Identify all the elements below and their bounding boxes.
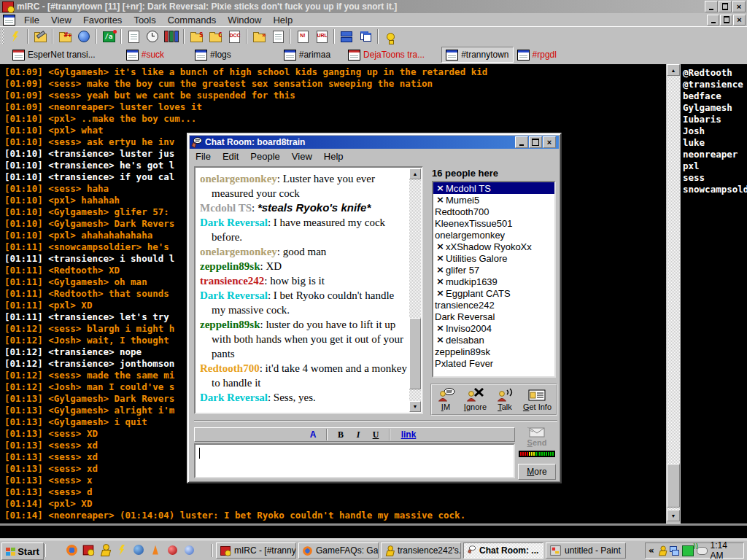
menu-item[interactable]: View (45, 15, 77, 26)
quick-launch-icon[interactable] (48, 543, 61, 556)
menu-item[interactable]: File (190, 151, 217, 162)
chats-folder-icon[interactable]: C (206, 28, 224, 44)
task-button[interactable]: Chat Room: ... (463, 542, 543, 559)
options-icon[interactable] (31, 28, 49, 44)
channel-window-icon[interactable] (3, 15, 15, 26)
italic-button[interactable]: I (349, 429, 367, 440)
scripts-editor-icon[interactable] (163, 28, 180, 44)
dcc-icon[interactable]: DCC (225, 28, 243, 44)
cascade-windows-icon[interactable] (357, 28, 374, 44)
restore-button[interactable] (719, 1, 732, 12)
mirc-titlebar[interactable]: mIRC - [#trannytown [11] [+nr]: Dark Rev… (0, 0, 747, 13)
chat-input-field[interactable] (194, 443, 515, 478)
send-button[interactable]: Send (518, 426, 556, 448)
quick-launch-icon[interactable] (166, 543, 179, 556)
nicklist-item[interactable]: Josh (683, 125, 747, 137)
mirc-nicklist[interactable]: @Redtooth@transiencebedfaceGylgameshIuba… (681, 64, 747, 524)
channel-tab[interactable]: #rpgdl (514, 47, 560, 62)
quick-launch-icon[interactable] (98, 543, 112, 556)
nicklist-item[interactable]: sess (683, 172, 747, 184)
close-button[interactable]: × (732, 1, 746, 12)
task-button[interactable]: untitled - Paint (546, 542, 626, 559)
person-row[interactable]: × transience242 (433, 299, 554, 311)
chat-close-button[interactable]: × (543, 136, 556, 148)
quick-launch-icon[interactable] (82, 543, 95, 556)
notepad-icon[interactable] (269, 28, 287, 44)
message-scrollbar[interactable]: ▲ ▼ (409, 168, 421, 412)
font-color-button[interactable]: A (304, 429, 322, 440)
bold-button[interactable]: B (332, 429, 349, 440)
mdi-close-button[interactable]: × (733, 15, 746, 26)
scroll-thumb[interactable] (667, 464, 680, 508)
mdi-restore-button[interactable] (720, 15, 732, 26)
task-button[interactable]: transience242's... (381, 542, 461, 559)
menu-item[interactable]: Window (222, 15, 267, 26)
menu-item[interactable]: Favorites (77, 15, 128, 26)
menu-item[interactable]: People (244, 151, 285, 162)
logs-folder-icon[interactable]: » (250, 28, 268, 44)
menu-item[interactable]: Tools (128, 15, 161, 26)
aim-tray-icon[interactable] (658, 546, 666, 556)
person-row[interactable]: × Pxlated Fever (433, 357, 554, 369)
quick-launch-icon[interactable] (149, 543, 162, 556)
people-list[interactable]: × Mcdohl TS × Mumei5 × Redtooth700 × Kle… (432, 181, 556, 378)
address-book-icon[interactable] (125, 28, 142, 44)
finger-icon[interactable] (382, 28, 399, 44)
talk-button[interactable]: Talk (495, 388, 514, 411)
menu-item[interactable]: Edit (217, 151, 244, 162)
tray-chevron[interactable]: « (649, 545, 654, 556)
connect-icon[interactable] (7, 28, 24, 44)
favorites-folder-icon[interactable]: #+ (56, 28, 74, 44)
channel-tab[interactable]: DejaToons tra... (344, 47, 428, 62)
channel-tab[interactable]: #arimaa (280, 47, 334, 62)
nicklist-item[interactable]: pxl (683, 160, 747, 172)
scroll-up-button[interactable]: ▲ (409, 168, 421, 179)
network-tray-icon[interactable] (670, 546, 679, 556)
nicklist-item[interactable]: Iubaris (683, 114, 747, 125)
person-row[interactable]: × delsaban (433, 334, 554, 346)
channel-tab[interactable]: #suck (123, 47, 168, 62)
quick-launch-icon[interactable] (115, 543, 128, 556)
task-button[interactable]: GameFAQs: Ga... (298, 542, 379, 559)
channel-tab[interactable]: #trannytown (441, 47, 513, 63)
mirc-chat-scrollbar[interactable]: ▲ ▼ (667, 64, 680, 521)
tile-windows-icon[interactable] (338, 28, 355, 44)
scroll-down-button[interactable]: ▼ (667, 510, 680, 521)
nicklist-item[interactable]: snowcampsoldier (683, 184, 747, 195)
nicklist-item[interactable]: @Redtooth (683, 67, 747, 79)
person-row[interactable]: × Eggplant CATS (433, 287, 554, 299)
chat-maximize-button[interactable] (529, 136, 542, 148)
person-row[interactable]: × Dark Reversal (433, 311, 554, 322)
nicklist-item[interactable]: @transience (683, 79, 747, 90)
quick-launch-icon[interactable] (182, 543, 196, 556)
person-row[interactable]: × Mcdohl TS (433, 182, 554, 194)
nicklist-item[interactable]: luke (683, 137, 747, 149)
quick-launch-icon[interactable] (132, 543, 145, 556)
mdi-minimize-button[interactable] (707, 15, 719, 26)
scroll-up-button[interactable]: ▲ (667, 64, 680, 76)
person-row[interactable]: × xXShadow RyokoXx (433, 241, 554, 252)
person-row[interactable]: × zeppelin89sk (433, 346, 554, 357)
menu-item[interactable]: Help (318, 151, 349, 162)
underline-button[interactable]: U (367, 429, 384, 440)
person-row[interactable]: × Utilities Galore (433, 252, 554, 264)
nicklist-item[interactable]: neonreaper (683, 149, 747, 160)
urls-icon[interactable]: URL (313, 28, 330, 44)
mouse-tray-icon[interactable] (697, 547, 707, 555)
im-button[interactable]: IM (436, 388, 455, 411)
ignore-button[interactable]: Ignore (464, 388, 487, 411)
person-row[interactable]: × mudkip1639 (433, 276, 554, 287)
chat-message-area[interactable]: onelargemonkey: Luster have you ever mea… (194, 166, 423, 414)
person-row[interactable]: × Inviso2004 (433, 322, 554, 334)
channel-tab[interactable]: #logs (191, 47, 235, 62)
menu-item[interactable]: Help (267, 15, 298, 26)
menu-item[interactable]: Commands (162, 15, 222, 26)
menu-item[interactable]: View (286, 151, 318, 162)
chat-minimize-button[interactable] (515, 136, 528, 148)
nicklist-item[interactable]: bedface (683, 90, 747, 102)
away-icon[interactable]: /a (100, 28, 117, 44)
person-row[interactable]: × onelargemonkey (433, 229, 554, 241)
link-button[interactable]: link (395, 429, 422, 440)
mirc-input-line[interactable] (0, 524, 747, 538)
scroll-thumb[interactable] (409, 318, 421, 389)
